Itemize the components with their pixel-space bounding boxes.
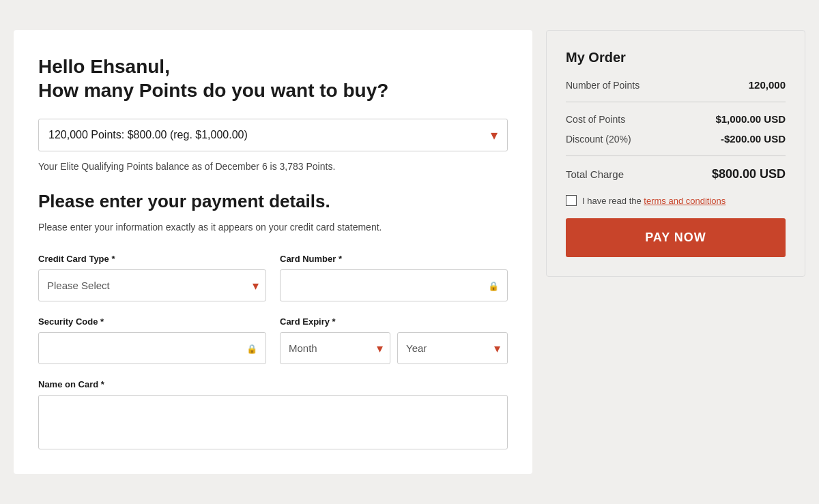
number-of-points-label: Number of Points [566, 80, 640, 91]
card-number-label: Card Number * [280, 254, 508, 264]
terms-pre-text: I have read the [582, 196, 644, 206]
expiry-month-group: Month [280, 332, 390, 364]
security-code-group: Security Code * [38, 316, 266, 364]
terms-link[interactable]: terms and conditions [644, 196, 725, 206]
card-expiry-label: Card Expiry * [280, 316, 508, 327]
card-number-input-wrapper [280, 269, 508, 301]
right-panel: My Order Number of Points 120,000 Cost o… [546, 30, 805, 277]
greeting-line2: How many Points do you want to buy? [38, 80, 388, 101]
divider-2 [566, 155, 786, 156]
total-label: Total Charge [566, 168, 624, 180]
cost-label: Cost of Points [566, 114, 625, 125]
terms-row: I have read the terms and conditions [566, 195, 786, 206]
name-on-card-label: Name on Card * [38, 379, 508, 389]
order-title: My Order [566, 50, 786, 65]
discount-value: -$200.00 USD [721, 133, 786, 145]
expiry-year-group: Year [397, 332, 508, 364]
page-container: Hello Ehsanul, How many Points do you wa… [14, 30, 805, 474]
security-code-input-wrapper [38, 332, 266, 364]
number-of-points-row: Number of Points 120,000 [566, 79, 786, 91]
terms-checkbox[interactable] [566, 195, 577, 206]
form-row-2: Security Code * Card Expiry * Month [38, 316, 508, 364]
number-of-points-value: 120,000 [749, 79, 786, 91]
discount-label: Discount (20%) [566, 134, 631, 145]
greeting-line1: Hello Ehsanul, [38, 56, 170, 77]
credit-card-type-select[interactable]: Please Select [38, 269, 266, 301]
cost-value: $1,000.00 USD [715, 113, 786, 125]
name-on-card-input[interactable] [38, 395, 508, 449]
month-select[interactable]: Month [280, 332, 390, 364]
card-expiry-group: Card Expiry * Month Year [280, 316, 508, 364]
cost-row: Cost of Points $1,000.00 USD [566, 113, 786, 125]
form-row-1: Credit Card Type * Please Select Card Nu… [38, 254, 508, 301]
left-panel: Hello Ehsanul, How many Points do you wa… [14, 30, 532, 474]
credit-card-type-value[interactable]: Please Select [39, 270, 265, 301]
payment-subtext: Please enter your information exactly as… [38, 220, 508, 235]
security-code-input[interactable] [39, 333, 265, 364]
discount-row: Discount (20%) -$200.00 USD [566, 133, 786, 145]
security-code-label: Security Code * [38, 316, 266, 327]
year-value[interactable]: Year [398, 333, 507, 364]
credit-card-type-label: Credit Card Type * [38, 254, 266, 264]
card-number-group: Card Number * [280, 254, 508, 301]
greeting: Hello Ehsanul, How many Points do you wa… [38, 55, 508, 102]
credit-card-type-group: Credit Card Type * Please Select [38, 254, 266, 301]
terms-text: I have read the terms and conditions [582, 196, 725, 206]
expiry-row: Month Year [280, 332, 508, 364]
total-value: $800.00 USD [712, 167, 786, 181]
total-row: Total Charge $800.00 USD [566, 167, 786, 181]
name-on-card-group: Name on Card * [38, 379, 508, 449]
year-select[interactable]: Year [397, 332, 508, 364]
divider-1 [566, 102, 786, 102]
card-number-input[interactable] [281, 270, 507, 301]
payment-heading: Please enter your payment details. [38, 191, 508, 212]
points-select-display[interactable]: 120,000 Points: $800.00 (reg. $1,000.00) [39, 119, 507, 151]
points-select-wrapper[interactable]: 120,000 Points: $800.00 (reg. $1,000.00) [38, 119, 508, 151]
month-value[interactable]: Month [281, 333, 390, 364]
pay-now-button[interactable]: PAY NOW [566, 218, 786, 257]
balance-note: Your Elite Qualifying Points balance as … [38, 161, 508, 172]
